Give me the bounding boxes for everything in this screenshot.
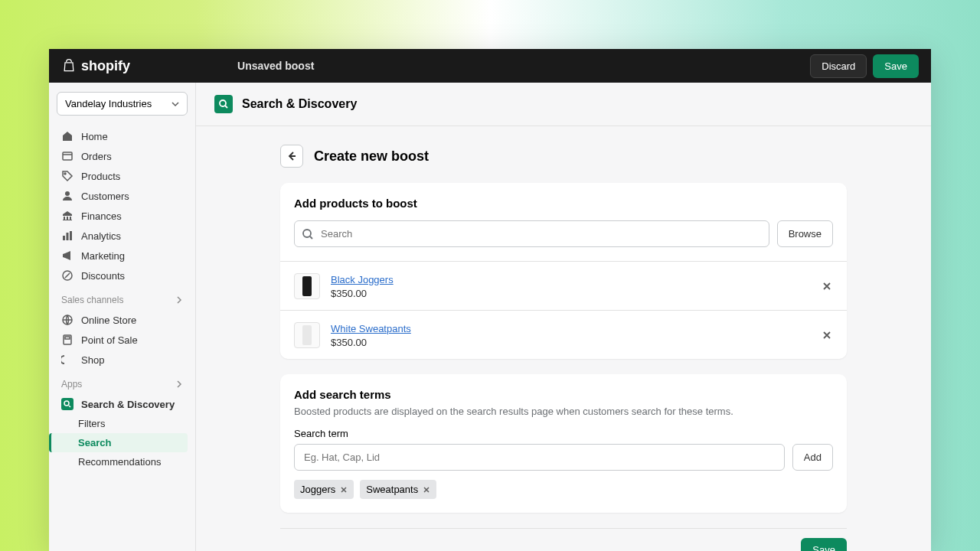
home-icon <box>61 130 74 142</box>
sidebar-item-pos[interactable]: Point of Sale <box>57 330 188 350</box>
sidebar-sub-search[interactable]: Search <box>49 433 188 452</box>
add-term-button[interactable]: Add <box>792 444 833 471</box>
nav-label: Customers <box>81 191 129 202</box>
orders-icon <box>61 150 74 162</box>
svg-rect-5 <box>70 231 72 240</box>
page-title-row: Create new boost <box>280 145 847 168</box>
terms-card-subtitle: Boosted products are displayed on the se… <box>294 406 833 417</box>
analytics-icon <box>61 230 74 242</box>
search-term-input[interactable] <box>294 444 785 471</box>
tag: Joggers <box>294 480 354 499</box>
topbar-title: Unsaved boost <box>237 60 314 72</box>
svg-point-12 <box>303 230 311 237</box>
product-link[interactable]: Black Joggers <box>331 274 394 285</box>
page: Create new boost Add products to boost B… <box>234 126 893 551</box>
search-row: Browse <box>294 220 833 247</box>
remove-tag-button[interactable] <box>340 486 348 494</box>
svg-point-11 <box>220 100 226 106</box>
products-card-title: Add products to boost <box>294 197 833 210</box>
sidebar-item-marketing[interactable]: Marketing <box>57 246 188 266</box>
terms-card-title: Add search terms <box>294 388 833 401</box>
nav-label: Products <box>81 171 120 182</box>
sidebar-item-finances[interactable]: Finances <box>57 206 188 226</box>
footer-save-button[interactable]: Save <box>801 538 847 551</box>
search-icon <box>302 228 314 240</box>
topbar-actions: Discard Save <box>810 54 919 78</box>
sidebar-item-shop[interactable]: Shop <box>57 350 188 370</box>
shopify-bag-icon <box>61 57 77 74</box>
sidebar-item-orders[interactable]: Orders <box>57 146 188 166</box>
sidebar-item-online-store[interactable]: Online Store <box>57 310 188 330</box>
search-icon <box>64 400 71 408</box>
product-price: $350.00 <box>331 337 810 348</box>
nav-label: Online Store <box>81 315 136 326</box>
sidebar-sub-recommendations[interactable]: Recommendations <box>57 452 188 471</box>
product-link[interactable]: White Sweatpants <box>331 323 411 334</box>
main-layout: Vandelay Industries Home Orders Products… <box>49 83 931 551</box>
sidebar-item-customers[interactable]: Customers <box>57 186 188 206</box>
product-thumbnail <box>294 322 320 348</box>
sidebar-sub-filters[interactable]: Filters <box>57 414 188 433</box>
discard-button[interactable]: Discard <box>810 54 867 78</box>
back-button[interactable] <box>280 145 303 168</box>
tag-label: Joggers <box>300 484 335 495</box>
nav-label: Search & Discovery <box>81 399 175 410</box>
discounts-icon <box>61 269 74 282</box>
nav-label: Point of Sale <box>81 334 138 346</box>
apps-header[interactable]: Apps <box>57 370 188 394</box>
chevron-down-icon <box>172 100 179 108</box>
save-button[interactable]: Save <box>873 54 919 78</box>
sidebar-item-discounts[interactable]: Discounts <box>57 266 188 285</box>
sidebar-item-products[interactable]: Products <box>57 166 188 186</box>
app-header: Search & Discovery <box>196 83 931 126</box>
topbar: shopify Unsaved boost Discard Save <box>49 49 931 83</box>
sidebar-item-home[interactable]: Home <box>57 126 188 146</box>
tags-container: Joggers Sweatpants <box>294 480 833 499</box>
page-title: Create new boost <box>314 148 429 165</box>
search-term-label: Search term <box>294 428 833 439</box>
app-header-icon <box>214 95 233 113</box>
brand-text: shopify <box>81 58 130 74</box>
nav-label: Finances <box>81 210 122 222</box>
app-header-title: Search & Discovery <box>242 97 357 111</box>
svg-rect-9 <box>65 337 70 339</box>
svg-rect-3 <box>63 236 65 240</box>
tag-label: Sweatpants <box>366 484 418 495</box>
sidebar-item-analytics[interactable]: Analytics <box>57 226 188 246</box>
product-item: White Sweatpants $350.00 <box>280 310 847 359</box>
sidebar: Vandelay Industries Home Orders Products… <box>49 83 196 551</box>
products-card: Add products to boost Browse Black <box>280 183 847 359</box>
svg-rect-0 <box>63 152 72 160</box>
nav-label: Discounts <box>81 270 125 282</box>
nav-label: Analytics <box>81 230 121 242</box>
marketing-icon <box>61 249 74 262</box>
sidebar-item-search-discovery[interactable]: Search & Discovery <box>57 394 188 414</box>
arrow-left-icon <box>286 151 297 161</box>
svg-point-10 <box>64 401 69 406</box>
svg-rect-4 <box>67 233 69 240</box>
browse-button[interactable]: Browse <box>777 220 833 247</box>
shop-icon <box>61 354 74 366</box>
app-frame: shopify Unsaved boost Discard Save Vande… <box>49 49 931 551</box>
product-thumbnail <box>294 273 320 299</box>
content: Search & Discovery Create new boost Add … <box>196 83 931 551</box>
footer-actions: Save <box>280 528 847 551</box>
remove-tag-button[interactable] <box>423 486 430 494</box>
product-price: $350.00 <box>331 288 810 299</box>
chevron-right-icon <box>175 296 183 304</box>
pos-icon <box>61 334 74 346</box>
chevron-right-icon <box>175 380 183 388</box>
svg-point-1 <box>64 173 66 174</box>
nav-label: Shop <box>81 354 104 366</box>
svg-point-2 <box>65 191 70 196</box>
nav-label: Home <box>81 131 108 142</box>
customers-icon <box>61 190 74 202</box>
product-search-input[interactable] <box>294 220 769 247</box>
search-input-wrap <box>294 220 769 247</box>
app-icon <box>61 398 74 410</box>
sales-channels-header[interactable]: Sales channels <box>57 285 188 310</box>
remove-product-button[interactable] <box>821 280 833 292</box>
store-selector[interactable]: Vandelay Industries <box>57 92 188 116</box>
remove-product-button[interactable] <box>821 329 833 341</box>
tag: Sweatpants <box>360 480 436 499</box>
